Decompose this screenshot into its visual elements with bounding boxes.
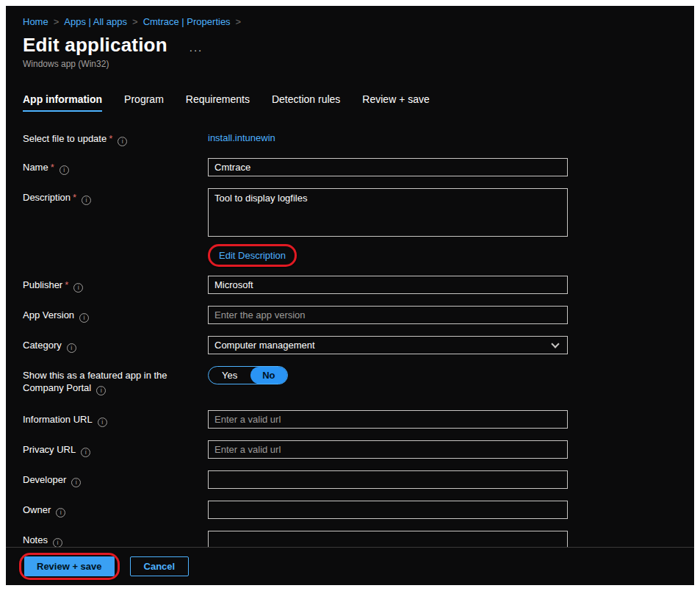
info-icon[interactable]: i — [71, 478, 81, 487]
info-icon[interactable]: i — [118, 137, 127, 146]
edit-description-button[interactable]: Edit Description — [213, 248, 292, 263]
edit-application-page: Home>Apps | All apps>Cmtrace | Propertie… — [6, 6, 694, 585]
description-label: Description*i — [23, 188, 208, 205]
breadcrumb-all-apps[interactable]: Apps | All apps — [64, 16, 127, 27]
publisher-input[interactable] — [208, 276, 568, 294]
select-file-label: Select file to update*i — [23, 129, 208, 146]
category-selected-value: Computer management — [214, 340, 315, 351]
toggle-option-yes[interactable]: Yes — [209, 367, 250, 384]
red-highlight-annotation: Review + save — [19, 553, 120, 580]
required-marker: * — [51, 162, 54, 173]
row-privacy-url: Privacy URLi — [23, 440, 694, 459]
row-edit-description: Edit Description — [23, 244, 694, 267]
information-url-input[interactable] — [208, 410, 568, 429]
tab-detection-rules[interactable]: Detection rules — [272, 93, 340, 112]
owner-input[interactable] — [208, 501, 568, 519]
red-highlight-annotation: Edit Description — [208, 244, 297, 267]
review-save-button[interactable]: Review + save — [24, 556, 115, 576]
app-information-form: Select file to update*i install.intunewi… — [6, 112, 694, 581]
row-owner: Owneri — [23, 501, 694, 519]
info-icon[interactable]: i — [79, 313, 89, 323]
breadcrumb-separator: > — [132, 16, 138, 27]
breadcrumb: Home>Apps | All apps>Cmtrace | Propertie… — [6, 6, 694, 27]
name-input[interactable] — [208, 158, 568, 176]
chevron-down-icon — [551, 340, 559, 348]
owner-label: Owneri — [23, 501, 208, 517]
row-name: Name*i — [23, 158, 694, 176]
tab-app-information[interactable]: App information — [23, 93, 102, 112]
developer-input[interactable] — [208, 470, 568, 489]
row-select-file: Select file to update*i install.intunewi… — [23, 129, 694, 146]
row-category: Categoryi Computer management — [23, 336, 694, 354]
row-app-version: App Versioni — [23, 306, 694, 324]
required-marker: * — [65, 279, 68, 290]
publisher-label: Publisher*i — [23, 276, 208, 293]
install-intunewin-link[interactable]: install.intunewin — [208, 129, 275, 143]
cancel-button[interactable]: Cancel — [130, 556, 190, 576]
breadcrumb-separator: > — [236, 16, 242, 27]
row-description: Description*i Tool to display logfiles — [23, 188, 694, 240]
required-marker: * — [109, 133, 112, 144]
developer-label: Developeri — [23, 470, 208, 487]
notes-label: Notesi — [23, 531, 208, 548]
info-icon[interactable]: i — [56, 508, 65, 517]
page-subtitle: Windows app (Win32) — [6, 57, 694, 69]
page-header: Edit application ... — [6, 27, 694, 57]
featured-toggle: Yes No — [208, 366, 288, 384]
breadcrumb-cmtrace-properties[interactable]: Cmtrace | Properties — [143, 16, 231, 27]
tab-program[interactable]: Program — [124, 93, 164, 112]
app-version-input[interactable] — [208, 306, 568, 324]
privacy-url-input[interactable] — [208, 440, 568, 459]
info-icon[interactable]: i — [67, 343, 76, 353]
row-developer: Developeri — [23, 470, 694, 489]
privacy-url-label: Privacy URLi — [23, 440, 208, 457]
info-icon[interactable]: i — [81, 448, 90, 457]
tab-review-save[interactable]: Review + save — [362, 93, 429, 112]
info-icon[interactable]: i — [73, 283, 83, 293]
tab-requirements[interactable]: Requirements — [186, 93, 250, 112]
name-label: Name*i — [23, 158, 208, 175]
row-publisher: Publisher*i — [23, 276, 694, 294]
info-icon[interactable]: i — [82, 196, 91, 205]
info-icon[interactable]: i — [59, 165, 69, 175]
toggle-option-no[interactable]: No — [250, 367, 286, 384]
row-featured-app: Show this as a featured app in the Compa… — [23, 366, 694, 395]
breadcrumb-separator: > — [54, 16, 59, 27]
category-label: Categoryi — [23, 336, 208, 353]
information-url-label: Information URLi — [23, 410, 208, 427]
required-marker: * — [73, 192, 76, 203]
category-dropdown[interactable]: Computer management — [208, 336, 568, 354]
page-title: Edit application — [23, 34, 167, 57]
info-icon[interactable]: i — [96, 386, 106, 395]
breadcrumb-home[interactable]: Home — [23, 16, 48, 27]
info-icon[interactable]: i — [98, 418, 107, 427]
more-options-icon[interactable]: ... — [190, 37, 203, 54]
row-information-url: Information URLi — [23, 410, 694, 429]
featured-app-label: Show this as a featured app in the Compa… — [23, 366, 208, 395]
app-version-label: App Versioni — [23, 306, 208, 323]
footer-bar: Review + save Cancel — [6, 547, 694, 585]
description-textarea[interactable]: Tool to display logfiles — [208, 188, 568, 237]
tab-bar: App information Program Requirements Det… — [6, 69, 694, 112]
